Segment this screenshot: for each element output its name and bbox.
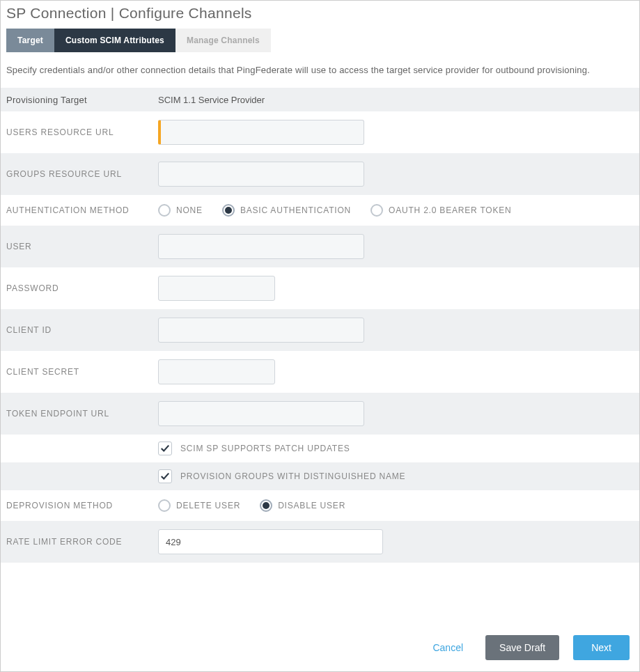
- label-users-resource-url: USERS RESOURCE URL: [6, 127, 158, 137]
- label-groups-resource-url: GROUPS RESOURCE URL: [6, 169, 158, 179]
- radio-label-disable: DISABLE USER: [278, 501, 345, 510]
- row-user: USER: [1, 226, 639, 267]
- row-groups-resource-url: GROUPS RESOURCE URL: [1, 153, 639, 195]
- client-secret-input[interactable]: [158, 359, 275, 384]
- tab-bar: Target Custom SCIM Attributes Manage Cha…: [1, 29, 639, 52]
- radio-delete-user[interactable]: DELETE USER: [158, 499, 240, 512]
- page-description: Specify credentials and/or other connect…: [1, 65, 639, 88]
- tab-target[interactable]: Target: [6, 29, 54, 52]
- label-password: PASSWORD: [6, 283, 158, 293]
- deprovision-radio-group: DELETE USER DISABLE USER: [158, 499, 345, 512]
- row-provisioning-target: Provisioning Target SCIM 1.1 Service Pro…: [1, 88, 639, 111]
- label-rate-limit-error-code: RATE LIMIT ERROR CODE: [6, 537, 158, 547]
- radio-auth-none[interactable]: NONE: [158, 204, 203, 217]
- radio-auth-oauth[interactable]: OAUTH 2.0 BEARER TOKEN: [370, 204, 512, 217]
- radio-label-none: NONE: [176, 205, 203, 215]
- checkbox-patch-updates[interactable]: SCIM SP SUPPORTS PATCH UPDATES: [158, 442, 350, 455]
- radio-auth-basic[interactable]: BASIC AUTHENTICATION: [222, 204, 351, 217]
- row-rate-limit-error-code: RATE LIMIT ERROR CODE: [1, 521, 639, 563]
- row-token-endpoint-url: TOKEN ENDPOINT URL: [1, 393, 639, 435]
- users-resource-url-input[interactable]: [158, 120, 364, 145]
- label-provisioning-target: Provisioning Target: [6, 95, 158, 105]
- row-patch-updates: SCIM SP SUPPORTS PATCH UPDATES: [1, 435, 639, 462]
- page-header: SP Connection | Configure Channels: [1, 1, 639, 29]
- row-client-secret: CLIENT SECRET: [1, 351, 639, 393]
- value-provisioning-target: SCIM 1.1 Service Provider: [158, 95, 265, 105]
- checkbox-label-patch: SCIM SP SUPPORTS PATCH UPDATES: [180, 444, 350, 453]
- auth-method-radio-group: NONE BASIC AUTHENTICATION OAUTH 2.0 BEAR…: [158, 204, 512, 217]
- label-authentication-method: AUTHENTICATION METHOD: [6, 205, 158, 215]
- user-input[interactable]: [158, 234, 364, 259]
- row-client-id: CLIENT ID: [1, 309, 639, 351]
- checkbox-label-dn: PROVISION GROUPS WITH DISTINGUISHED NAME: [180, 471, 405, 481]
- label-client-id: CLIENT ID: [6, 325, 158, 335]
- check-icon: [158, 469, 172, 483]
- cancel-button[interactable]: Cancel: [424, 635, 471, 660]
- groups-resource-url-input[interactable]: [158, 162, 364, 187]
- row-password: PASSWORD: [1, 267, 639, 309]
- rate-limit-error-code-input[interactable]: [158, 529, 383, 554]
- footer: Cancel Save Draft Next: [1, 624, 639, 671]
- radio-disable-user[interactable]: DISABLE USER: [260, 499, 345, 512]
- tab-custom-scim-attributes[interactable]: Custom SCIM Attributes: [54, 29, 175, 52]
- radio-label-oauth: OAUTH 2.0 BEARER TOKEN: [389, 205, 512, 215]
- tab-manage-channels[interactable]: Manage Channels: [175, 29, 271, 52]
- label-user: USER: [6, 242, 158, 251]
- check-icon: [158, 442, 172, 455]
- next-button[interactable]: Next: [573, 635, 630, 660]
- label-client-secret: CLIENT SECRET: [6, 367, 158, 377]
- row-deprovision-method: DEPROVISION METHOD DELETE USER DISABLE U…: [1, 490, 639, 521]
- page-title: SP Connection | Configure Channels: [6, 5, 634, 22]
- label-token-endpoint-url: TOKEN ENDPOINT URL: [6, 409, 158, 419]
- token-endpoint-url-input[interactable]: [158, 401, 364, 426]
- radio-label-basic: BASIC AUTHENTICATION: [240, 205, 351, 215]
- row-provision-groups-dn: PROVISION GROUPS WITH DISTINGUISHED NAME: [1, 462, 639, 490]
- radio-label-delete: DELETE USER: [176, 501, 240, 510]
- password-input[interactable]: [158, 276, 275, 301]
- save-draft-button[interactable]: Save Draft: [485, 635, 559, 660]
- client-id-input[interactable]: [158, 318, 364, 343]
- row-users-resource-url: USERS RESOURCE URL: [1, 111, 639, 153]
- checkbox-provision-groups-dn[interactable]: PROVISION GROUPS WITH DISTINGUISHED NAME: [158, 469, 405, 483]
- label-deprovision-method: DEPROVISION METHOD: [6, 501, 158, 510]
- row-authentication-method: AUTHENTICATION METHOD NONE BASIC AUTHENT…: [1, 195, 639, 226]
